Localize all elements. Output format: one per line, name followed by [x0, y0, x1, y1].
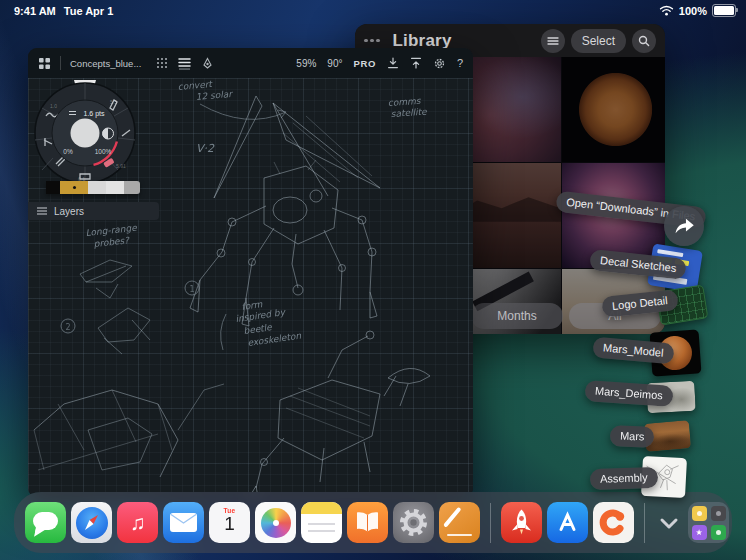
music-note-icon: ♫: [130, 511, 146, 535]
dock-app-messages[interactable]: [25, 502, 66, 543]
drag-item-label[interactable]: Mars: [610, 425, 655, 448]
layers-stack-icon[interactable]: [177, 56, 192, 70]
tab-months[interactable]: Months: [471, 303, 563, 329]
concepts-c-icon: [593, 502, 634, 543]
help-button[interactable]: ?: [457, 57, 463, 69]
rotation-value[interactable]: 90°: [327, 58, 342, 69]
battery-icon: [712, 4, 736, 17]
annotation: V·2: [196, 142, 215, 155]
ring-value: 5.5: [110, 99, 117, 105]
dock-app-safari[interactable]: [71, 502, 112, 543]
dock-app-music[interactable]: ♫: [117, 502, 158, 543]
dock-app-library[interactable]: ★: [688, 502, 729, 543]
dock-app-calendar[interactable]: Tue 1: [209, 502, 250, 543]
swatch-black[interactable]: [46, 181, 60, 194]
stroke-size-label: 1.6 pts: [83, 110, 105, 118]
notes-band-icon: [301, 502, 342, 514]
annotation: Long-range: [85, 223, 138, 238]
calendar-day: 1: [209, 514, 250, 535]
dock-app-rocket[interactable]: [501, 502, 542, 543]
window-options-icon[interactable]: [364, 39, 380, 43]
view-options-button[interactable]: [541, 29, 565, 53]
battery-percent: 100%: [679, 5, 707, 17]
select-button[interactable]: Select: [571, 29, 626, 53]
annotation: probes?: [93, 235, 131, 249]
share-forward-button[interactable]: [664, 206, 704, 246]
wheel-center-button[interactable]: [71, 119, 100, 148]
annotation: 12 solar: [195, 89, 233, 102]
mini-app-icon: [692, 506, 707, 521]
annotation: satellite: [390, 106, 428, 119]
search-icon: [638, 35, 650, 47]
dock-divider: [490, 503, 491, 543]
status-bar: 9:41 AM Tue Apr 1 100%: [0, 0, 746, 24]
document-title[interactable]: Concepts_blue...: [70, 58, 141, 69]
swatch-white[interactable]: [106, 181, 124, 194]
dots-grid-icon[interactable]: [156, 57, 168, 69]
pen-icon: [443, 507, 461, 528]
dock: ♫ Tue 1: [14, 492, 732, 553]
open-book-icon: [347, 502, 388, 543]
ring-value: 1.0: [50, 103, 57, 109]
concepts-window: Concepts_blue... 59% 90° PRO: [28, 48, 473, 497]
annotation: beetle: [243, 322, 274, 336]
dock-divider: [644, 503, 645, 543]
layers-button[interactable]: Layers: [28, 202, 159, 220]
dock-app-mail[interactable]: [163, 502, 204, 543]
rocket-icon: [501, 502, 542, 543]
dock-app-concepts-pen[interactable]: [439, 502, 480, 543]
hamburger-icon: [37, 207, 47, 215]
dock-app-settings[interactable]: [393, 502, 434, 543]
dock-app-concepts[interactable]: [593, 502, 634, 543]
date: Tue Apr 1: [64, 5, 114, 17]
annotation-marker: 1: [189, 285, 194, 294]
layers-label: Layers: [54, 206, 84, 217]
wifi-icon: [659, 5, 674, 16]
clock: 9:41 AM: [14, 5, 56, 17]
app-grid-icon[interactable]: [38, 57, 51, 70]
dock-collapse-button[interactable]: [655, 502, 683, 543]
concepts-toolbar: Concepts_blue... 59% 90° PRO: [28, 48, 473, 78]
import-icon[interactable]: [387, 57, 399, 69]
settings-gear-icon[interactable]: [433, 57, 446, 70]
mini-app-icon: [711, 506, 726, 521]
swatch-gold-selected[interactable]: [60, 181, 88, 194]
app-store-a-icon: [547, 502, 588, 543]
tool-wheel[interactable]: 1.6 1.0 5.5 5.91 6.1: [30, 78, 140, 188]
list-lines-icon: [547, 36, 559, 46]
annotation: comms: [387, 96, 422, 108]
forward-arrow-icon: [671, 214, 697, 238]
dock-app-app-store[interactable]: [547, 502, 588, 543]
ring-value: 5.91: [116, 163, 126, 169]
swatch-gray[interactable]: [124, 181, 140, 194]
dock-app-notes[interactable]: [301, 502, 342, 543]
drag-item-label[interactable]: Assembly: [590, 467, 658, 490]
opacity-max-label: 100%: [95, 148, 112, 155]
ipad-screen: Library Select: [0, 0, 746, 560]
gear-icon: [393, 502, 434, 543]
export-icon[interactable]: [410, 57, 422, 69]
mini-app-icon: [711, 525, 726, 540]
pro-badge[interactable]: PRO: [353, 58, 375, 69]
annotation-marker: 2: [65, 323, 70, 332]
search-button[interactable]: [632, 29, 656, 53]
swatch-light-gray[interactable]: [88, 181, 106, 194]
mini-app-icon: ★: [692, 525, 707, 540]
dock-app-books[interactable]: [347, 502, 388, 543]
zoom-level[interactable]: 59%: [296, 58, 316, 69]
dock-app-photos[interactable]: [255, 502, 296, 543]
color-swatch-strip: [46, 181, 140, 194]
opacity-min-label: 0%: [63, 148, 73, 155]
pen-nib-icon[interactable]: [201, 57, 214, 70]
chevron-down-icon: [658, 516, 680, 530]
